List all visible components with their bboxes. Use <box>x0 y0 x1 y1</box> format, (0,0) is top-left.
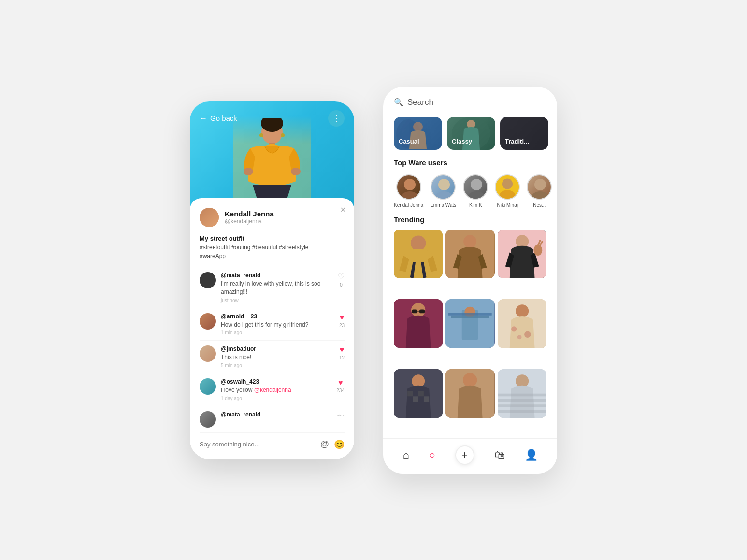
profile-avatar <box>200 208 219 227</box>
svg-rect-55 <box>498 394 546 397</box>
profile-name: Kendall Jenna <box>225 210 274 218</box>
user-avatar <box>431 174 456 200</box>
svg-point-52 <box>463 373 477 387</box>
svg-rect-50 <box>424 396 429 402</box>
comment-avatar <box>200 272 216 288</box>
user-avatar <box>396 174 421 200</box>
top-user-item[interactable]: Emma Wats <box>430 174 456 208</box>
comment-time: just now <box>221 298 330 303</box>
comment-time: 1 min ago <box>221 330 331 335</box>
trending-cell[interactable] <box>445 299 494 348</box>
svg-rect-39 <box>448 313 492 316</box>
back-arrow-icon: ← <box>200 114 207 123</box>
trending-cell[interactable] <box>394 230 443 278</box>
like-count: 234 <box>336 388 345 393</box>
like-count: 0 <box>340 282 343 287</box>
profile-info: Kendall Jenna @kendaljenna <box>225 210 274 225</box>
mention-tag[interactable]: @kendaljenna <box>254 387 291 393</box>
category-card-casual[interactable]: Casual <box>394 117 442 150</box>
comment-body: @oswalh_423 I love yellow @kendaljenna 1… <box>221 378 329 401</box>
svg-rect-56 <box>498 399 546 402</box>
svg-rect-58 <box>498 410 546 413</box>
svg-point-26 <box>463 235 476 248</box>
svg-point-24 <box>411 235 426 251</box>
user-name: Niki Minaj <box>497 202 518 208</box>
top-user-item[interactable]: Nes... <box>527 174 552 208</box>
svg-point-15 <box>435 191 453 200</box>
comment-item: @mata_renald 〜 <box>200 406 345 433</box>
top-user-item[interactable]: Niki Minaj <box>495 174 520 208</box>
search-nav-icon[interactable]: ○ <box>429 449 435 461</box>
svg-point-6 <box>291 168 301 175</box>
top-user-item[interactable]: Kim K <box>463 174 488 208</box>
comment-like[interactable]: ♥ 23 <box>339 313 345 328</box>
category-label: Traditi... <box>505 138 529 145</box>
top-user-item[interactable]: Kendal Jenna <box>394 174 423 208</box>
comments-list: @mata_renald I'm really in love with yel… <box>190 267 354 433</box>
category-card-traditional[interactable]: Traditi... <box>500 117 548 150</box>
comment-item: @jmsbaduor This is nice! 5 min ago ♥ 12 <box>200 341 345 373</box>
comment-like[interactable]: ♥ 234 <box>336 378 345 393</box>
trending-cell[interactable] <box>498 299 546 348</box>
svg-point-16 <box>471 179 482 190</box>
svg-rect-57 <box>498 404 546 407</box>
user-avatar <box>527 174 552 200</box>
heart-icon: ♡ <box>338 272 345 281</box>
comment-username: @oswalh_423 <box>221 378 329 385</box>
svg-rect-32 <box>412 310 417 314</box>
svg-rect-48 <box>418 391 424 396</box>
comment-avatar <box>200 378 216 395</box>
trending-cell[interactable] <box>394 299 443 348</box>
heart-icon: ♥ <box>338 378 343 387</box>
svg-rect-47 <box>407 391 413 396</box>
search-icon: 🔍 <box>394 98 403 107</box>
user-name: Kendal Jenna <box>394 202 423 208</box>
trending-cell[interactable] <box>445 369 494 418</box>
category-card-classy[interactable]: Classy <box>447 117 495 150</box>
comment-input[interactable] <box>200 441 316 448</box>
search-bar: 🔍 Search <box>383 87 557 112</box>
comment-like[interactable]: ♥ 12 <box>339 345 345 360</box>
post-text: My street outfit #streetoutfit #outing #… <box>190 227 354 268</box>
comment-text: I love yellow @kendaljenna <box>221 386 329 394</box>
add-nav-button[interactable]: + <box>455 445 474 465</box>
trending-cell[interactable] <box>445 230 494 278</box>
comment-avatar <box>200 313 216 330</box>
comment-time: 5 min ago <box>221 363 331 368</box>
emoji-icon[interactable]: 😊 <box>334 439 345 450</box>
comment-username: @mata_renald <box>221 272 330 279</box>
comment-body: @mata_renald <box>221 411 329 418</box>
hero-background: ← Go back ⋮ <box>190 101 354 208</box>
post-content-area: × Kendall Jenna @kendaljenna My street o… <box>190 198 354 459</box>
back-button[interactable]: ← Go back <box>200 114 237 123</box>
more-options-button[interactable]: ⋮ <box>328 110 345 127</box>
wave-icon: 〜 <box>337 411 345 421</box>
profile-nav-icon[interactable]: 👤 <box>525 449 538 461</box>
post-hashtags: #streetoutfit #outing #beautiful #street… <box>200 243 345 260</box>
close-button[interactable]: × <box>340 205 345 215</box>
comment-username: @mata_renald <box>221 411 329 418</box>
profile-handle: @kendaljenna <box>225 218 274 225</box>
comment-text: This is nice! <box>221 353 331 361</box>
at-icon[interactable]: @ <box>320 439 329 449</box>
top-users-row: Kendal Jenna Emma Wats K <box>383 171 557 212</box>
search-label[interactable]: Search <box>407 98 433 107</box>
trending-cell[interactable] <box>498 230 546 278</box>
svg-point-29 <box>533 244 542 256</box>
trending-cell[interactable] <box>498 369 546 418</box>
comment-avatar <box>200 411 216 428</box>
trending-cell[interactable] <box>394 369 443 418</box>
shop-nav-icon[interactable]: 🛍 <box>494 449 505 461</box>
heart-icon: ♥ <box>340 345 345 354</box>
category-label: Classy <box>452 138 472 145</box>
categories-row: Casual Classy <box>383 112 557 155</box>
comment-item: @oswalh_423 I love yellow @kendaljenna 1… <box>200 373 345 406</box>
comment-avatar <box>200 345 216 362</box>
user-name: Nes... <box>533 202 546 208</box>
user-avatar <box>495 174 520 200</box>
trending-title: Trending <box>383 212 557 228</box>
home-nav-icon[interactable]: ⌂ <box>402 449 409 461</box>
svg-point-17 <box>468 191 485 200</box>
svg-point-43 <box>524 331 531 338</box>
comment-like[interactable]: ♡ 0 <box>338 272 345 287</box>
